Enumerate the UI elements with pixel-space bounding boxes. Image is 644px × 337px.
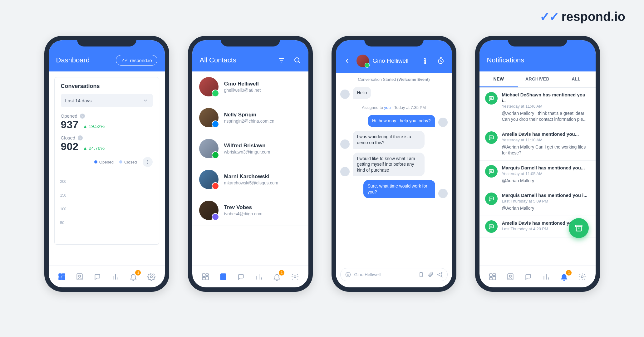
message-bubble[interactable]: Hi, how may I help you today? <box>368 115 435 127</box>
nav-dashboard[interactable] <box>199 271 212 283</box>
svg-point-33 <box>509 275 512 277</box>
svg-rect-13 <box>206 276 209 280</box>
contact-row[interactable]: Gino Helliwell ghelliwell0@a8.net <box>192 71 308 102</box>
notif-time: Yesterday at 11:05 AM <box>502 171 585 176</box>
notif-title: Michael DeShawn has mentioned you i.. <box>502 92 590 103</box>
nav-reports[interactable] <box>540 271 553 283</box>
input-placeholder: Gino Helliwell <box>354 272 381 277</box>
date-range-select[interactable]: Last 14 days <box>61 94 153 107</box>
nav-chats[interactable] <box>522 271 535 283</box>
nav-chats[interactable] <box>235 271 248 283</box>
nav-settings[interactable] <box>145 271 158 283</box>
avatar <box>199 108 219 127</box>
notif-time: Last Thursday at 5:09 PM <box>502 199 587 203</box>
nav-settings[interactable] <box>576 271 588 283</box>
avatar <box>199 139 219 158</box>
svg-point-9 <box>150 276 153 278</box>
clipboard-icon[interactable] <box>418 271 424 278</box>
tab-all[interactable]: ALL <box>557 71 596 87</box>
phone-chat: Gino Helliwell Conversation Started (Wel… <box>332 36 456 292</box>
message-bubble[interactable]: I would like to know what I am getting m… <box>353 153 425 177</box>
dashboard-icon <box>201 273 209 281</box>
chart-more-button[interactable] <box>143 157 153 167</box>
help-icon[interactable]: ? <box>80 114 85 119</box>
nav-reports[interactable] <box>253 271 265 283</box>
nav-reports[interactable] <box>109 271 122 283</box>
message-row: I would like to know what I am getting m… <box>336 151 452 178</box>
viber-icon <box>212 213 219 221</box>
svg-rect-5 <box>62 276 65 280</box>
message-bubble[interactable]: Hello <box>353 87 371 99</box>
attachment-icon[interactable] <box>427 271 434 278</box>
svg-point-19 <box>425 60 426 61</box>
help-icon[interactable]: ? <box>78 135 83 140</box>
bottom-nav: 1 <box>479 266 596 287</box>
notif-tabs: NEW ARCHIVED ALL <box>479 71 596 88</box>
gear-icon <box>578 273 586 281</box>
svg-point-34 <box>581 276 583 278</box>
gear-icon <box>147 273 155 281</box>
nav-chats[interactable] <box>91 271 104 283</box>
snooze-icon[interactable] <box>437 57 445 65</box>
nav-dashboard[interactable] <box>56 271 68 283</box>
mention-icon <box>485 193 498 205</box>
workspace-switch-button[interactable]: ✓✓ respond.io <box>116 55 157 66</box>
filter-icon[interactable] <box>278 56 285 64</box>
nav-contacts[interactable] <box>73 271 86 283</box>
svg-rect-4 <box>62 274 65 275</box>
tab-new[interactable]: NEW <box>479 71 518 87</box>
message-input[interactable]: Gino Helliwell <box>340 268 448 281</box>
tab-archived[interactable]: ARCHIVED <box>518 71 557 87</box>
search-icon[interactable] <box>293 56 301 64</box>
send-icon[interactable] <box>437 271 443 278</box>
gear-icon <box>291 273 299 281</box>
nav-contacts[interactable] <box>504 271 517 283</box>
nav-notifications[interactable]: 1 <box>558 271 570 283</box>
svg-point-17 <box>294 276 296 278</box>
notification-row[interactable]: Michael DeShawn has mentioned you i.. Ye… <box>479 88 596 127</box>
notif-body: @Adrian Mallory Can I get the working fi… <box>502 144 590 156</box>
notif-badge: 1 <box>279 270 284 276</box>
nav-settings[interactable] <box>289 271 301 283</box>
message-row: I was wondering if there is a demo on th… <box>336 129 452 151</box>
contact-row[interactable]: Trev Vobes tvobes4@diigo.com <box>192 195 308 226</box>
legend-opened: Opened <box>99 160 114 164</box>
chevron-down-icon <box>143 98 148 103</box>
svg-point-24 <box>348 274 349 275</box>
more-vertical-icon[interactable] <box>421 57 429 65</box>
nav-notifications[interactable]: 1 <box>127 271 140 283</box>
chat-avatar[interactable] <box>356 55 369 67</box>
avatar <box>199 201 219 220</box>
contact-row[interactable]: Wilfred Brislawn wbrislawn3@imgur.com <box>192 133 308 164</box>
reports-icon <box>542 273 550 281</box>
svg-rect-31 <box>489 277 492 280</box>
emoji-icon[interactable] <box>345 271 351 278</box>
archive-fab[interactable] <box>569 218 589 238</box>
closed-value: 902 <box>61 140 79 153</box>
dashboard-title: Dashboard <box>56 56 90 64</box>
svg-point-1 <box>147 162 148 163</box>
contact-row[interactable]: Nelly Sprigin nspringin2@china.com.cn <box>192 102 308 133</box>
message-bubble[interactable]: Sure, what time would work for you? <box>363 180 435 198</box>
nav-dashboard[interactable] <box>486 271 499 283</box>
chat-icon <box>524 273 533 281</box>
svg-point-10 <box>295 58 299 62</box>
back-icon[interactable] <box>343 57 351 65</box>
svg-point-8 <box>79 275 81 277</box>
bottom-nav: 1 <box>49 266 165 287</box>
notif-body: @Adrian Mallory I think that's a great i… <box>502 110 590 122</box>
notification-row[interactable]: Marquis Darnell has mentioned you... Yes… <box>479 161 596 188</box>
system-event: Conversation Started (Welcome Event) <box>336 73 452 85</box>
notification-row[interactable]: Marquis Darnell has mentioned you i... L… <box>479 188 596 216</box>
notification-row[interactable]: Amelia Davis has mentioned you... Yester… <box>479 127 596 161</box>
messenger-icon <box>212 120 219 128</box>
svg-rect-6 <box>59 277 61 280</box>
mention-icon <box>485 220 498 233</box>
opened-value: 937 <box>61 119 79 131</box>
contact-row[interactable]: Marni Karchowski mkarchowski5@disqus.com <box>192 164 308 195</box>
nav-contacts[interactable] <box>217 271 229 283</box>
message-bubble[interactable]: I was wondering if there is a demo on th… <box>353 131 425 149</box>
nav-notifications[interactable]: 1 <box>271 271 283 283</box>
opened-delta: 19.52% <box>89 124 105 129</box>
svg-rect-27 <box>575 225 582 227</box>
